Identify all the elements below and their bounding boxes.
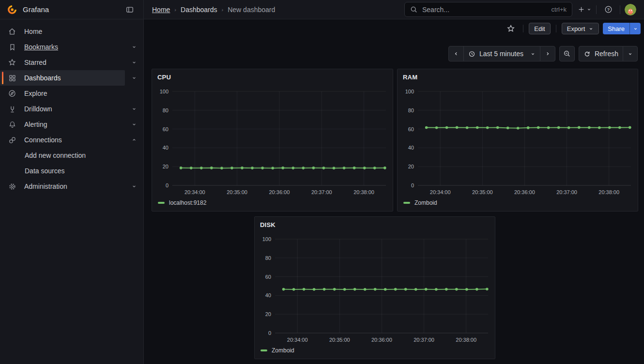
time-range-button[interactable]: Last 5 minutes: [463, 46, 540, 61]
grafana-app: Grafana Home › Dashboards › New dashboar…: [0, 0, 644, 364]
svg-text:20:36:00: 20:36:00: [371, 337, 392, 343]
legend-series-label[interactable]: localhost:9182: [169, 199, 206, 206]
breadcrumb-home[interactable]: Home: [152, 6, 170, 14]
sidebar-item-administration: Administration: [0, 179, 143, 194]
sidebar-link-administration[interactable]: Administration: [0, 179, 125, 194]
chevron-down-icon: [588, 26, 594, 31]
share-dropdown-button[interactable]: [629, 23, 641, 34]
dashboards-grid-icon: [7, 74, 17, 82]
svg-text:20: 20: [265, 311, 271, 317]
breadcrumb-separator: ›: [222, 6, 224, 13]
sidebar-item-home: Home: [0, 24, 143, 39]
panel-title[interactable]: DISK: [255, 217, 495, 231]
share-button-group: Share: [603, 23, 641, 34]
chevron-down-icon[interactable]: [125, 101, 143, 117]
sidebar-link-data-sources[interactable]: Data sources: [0, 163, 143, 179]
breadcrumb-current: New dashboard: [228, 6, 275, 14]
sidebar-link-drilldown[interactable]: Drilldown: [0, 101, 125, 117]
export-button[interactable]: Export: [562, 23, 599, 34]
app-title: Grafana: [23, 5, 49, 14]
refresh-button[interactable]: Refresh: [579, 46, 623, 61]
legend-series-label[interactable]: Zomboid: [272, 347, 294, 354]
help-button[interactable]: ?: [601, 2, 615, 17]
panel-cpu[interactable]: CPU 02040608010020:34:0020:35:0020:36:00…: [152, 69, 393, 212]
legend-series-label[interactable]: Zomboid: [414, 199, 437, 206]
sidebar-link-home[interactable]: Home: [0, 24, 143, 39]
svg-text:60: 60: [408, 126, 414, 132]
chevron-down-icon[interactable]: [125, 179, 143, 194]
panel-ram[interactable]: RAM 02040608010020:34:0020:35:0020:36:00…: [397, 69, 638, 212]
sidebar-link-explore[interactable]: Explore: [0, 86, 143, 101]
svg-text:20:37:00: 20:37:00: [556, 189, 577, 195]
dashboard-toolbar: Edit Export Share: [144, 19, 644, 38]
panel-disk[interactable]: DISK 02040608010020:34:0020:35:0020:36:0…: [254, 216, 495, 359]
sidebar-item-label: Administration: [24, 182, 67, 190]
chevron-down-icon[interactable]: [125, 55, 143, 70]
sidebar-item-data-sources: Data sources: [0, 163, 143, 179]
sidebar-link-add-new-connection[interactable]: Add new connection: [0, 148, 143, 163]
svg-text:20: 20: [408, 164, 414, 169]
svg-text:100: 100: [405, 89, 414, 94]
svg-text:20:34:00: 20:34:00: [430, 189, 451, 195]
sidebar-item-label: Alerting: [24, 121, 47, 128]
user-avatar[interactable]: [625, 4, 636, 15]
sidebar-link-dashboards[interactable]: Dashboards: [0, 70, 125, 86]
sidebar-link-starred[interactable]: Starred: [0, 55, 125, 70]
body-wrap: Home Bookmarks: [0, 19, 644, 364]
help-circle-icon: ?: [604, 5, 613, 14]
toolbar-divider: [556, 25, 556, 32]
chart-legend: localhost:9182: [152, 198, 393, 206]
clock-icon: [468, 50, 475, 58]
sidebar-link-connections[interactable]: Connections: [0, 132, 125, 148]
svg-text:20:37:00: 20:37:00: [311, 189, 332, 195]
time-controls: Last 5 minutes: [448, 46, 638, 61]
svg-text:20:35:00: 20:35:00: [472, 189, 493, 195]
legend-series-marker: [403, 202, 410, 204]
search-input[interactable]: [421, 5, 548, 14]
grafana-logo-icon: [7, 4, 17, 15]
topbar-divider: [596, 5, 597, 14]
add-new-button[interactable]: [577, 2, 592, 17]
svg-text:0: 0: [166, 182, 169, 188]
svg-text:60: 60: [163, 126, 169, 132]
time-range-label: Last 5 minutes: [479, 50, 523, 58]
chevron-down-icon[interactable]: [125, 117, 143, 132]
search-shortcut: ctrl+k: [552, 6, 567, 13]
ram-chart: 02040608010020:34:0020:35:0020:36:0020:3…: [400, 84, 636, 198]
chevron-down-icon: [586, 7, 592, 12]
sidebar-item-starred: Starred: [0, 55, 143, 70]
chevron-down-icon[interactable]: [125, 39, 143, 55]
top-bar-main: Home › Dashboards › New dashboard ctrl+k: [144, 0, 644, 19]
sidebar-link-bookmarks[interactable]: Bookmarks: [0, 39, 125, 55]
svg-text:20:38:00: 20:38:00: [456, 337, 476, 343]
sidebar-link-alerting[interactable]: Alerting: [0, 117, 125, 132]
breadcrumb: Home › Dashboards › New dashboard: [152, 6, 275, 14]
time-shift-forward-button[interactable]: [540, 46, 555, 61]
sidebar-item-bookmarks: Bookmarks: [0, 39, 143, 55]
refresh-interval-dropdown[interactable]: [623, 46, 638, 61]
zoom-out-time-button[interactable]: [559, 46, 575, 61]
chevron-up-icon[interactable]: [125, 132, 143, 148]
zoom-out-icon: [563, 50, 571, 58]
edit-button[interactable]: Edit: [529, 23, 550, 34]
search-box[interactable]: ctrl+k: [404, 2, 572, 17]
chevron-down-icon[interactable]: [125, 70, 143, 86]
sidebar-item-alerting: Alerting: [0, 117, 143, 132]
svg-text:20:38:00: 20:38:00: [598, 189, 619, 195]
cpu-chart: 02040608010020:34:0020:35:0020:36:0020:3…: [155, 84, 391, 198]
svg-text:100: 100: [160, 89, 169, 94]
share-button[interactable]: Share: [603, 23, 629, 34]
svg-text:80: 80: [163, 107, 169, 113]
sidebar-item-label: Bookmarks: [24, 43, 58, 51]
sidebar-item-label: Dashboards: [24, 74, 61, 82]
chevron-right-icon: [545, 51, 551, 57]
svg-text:80: 80: [265, 255, 271, 261]
sidebar-toggle-icon[interactable]: [123, 3, 137, 16]
breadcrumb-dashboards[interactable]: Dashboards: [181, 6, 217, 14]
dashboard-content: Edit Export Share: [144, 19, 644, 364]
panel-title[interactable]: CPU: [152, 69, 393, 84]
time-shift-back-button[interactable]: [448, 46, 464, 61]
breadcrumb-separator: ›: [174, 6, 176, 13]
panel-title[interactable]: RAM: [398, 69, 638, 84]
favorite-star-icon[interactable]: [504, 22, 518, 35]
